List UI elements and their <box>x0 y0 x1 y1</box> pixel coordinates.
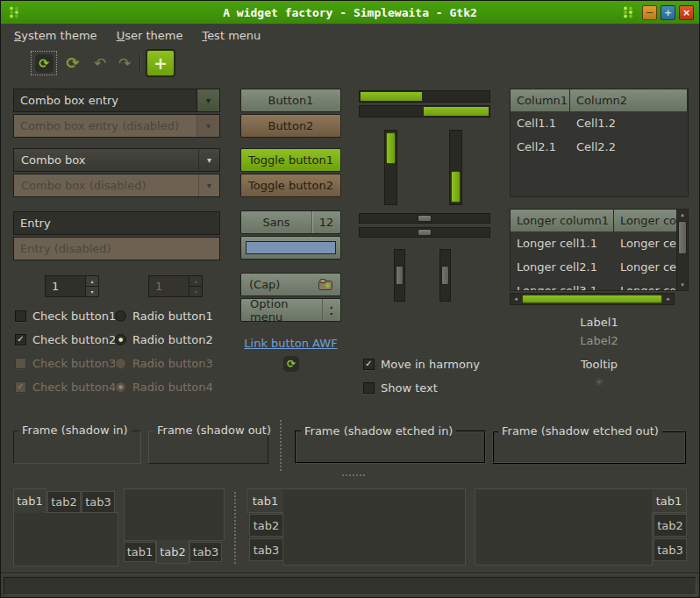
combo-box-entry-disabled: Combo box entry (disabled) ▾ <box>13 114 220 138</box>
scale-slider[interactable] <box>386 132 396 164</box>
menu-label: ystem theme <box>21 29 96 42</box>
treeview-vertical-scrollbar[interactable]: ▴ ▾ <box>676 210 688 290</box>
tab-tab3[interactable]: tab3 <box>249 538 283 561</box>
radio-button2[interactable]: ● Radio button2 <box>115 332 213 346</box>
button2[interactable]: Button2 <box>240 114 341 138</box>
scrollbar-handle[interactable] <box>441 266 449 285</box>
vertical-scrollbar-2[interactable] <box>439 249 451 302</box>
scroll-up-icon[interactable]: ▴ <box>677 210 688 219</box>
spin-disabled-value: 1 <box>149 276 189 296</box>
column-header[interactable]: Longer column1 <box>511 210 614 231</box>
notebook-top-body <box>13 512 118 566</box>
checkbox-label: Show text <box>381 381 438 395</box>
option-menu-arrows: ▴ ▾ <box>322 299 340 321</box>
vertical-scrollbar-1[interactable] <box>394 249 405 302</box>
checkbox-indicator: ✓ <box>15 334 26 345</box>
horizontal-scale-2[interactable] <box>359 227 490 238</box>
menu-label: est menu <box>207 29 261 42</box>
spin-button-disabled: 1 ▴ ▾ <box>148 275 203 297</box>
close-button[interactable]: × <box>679 5 694 20</box>
tab-tab3[interactable]: tab3 <box>82 491 115 513</box>
tooltip-label: Tooltip <box>510 358 689 371</box>
table-row[interactable]: Cell2.1 Cell2.2 <box>511 135 688 159</box>
button1[interactable]: Button1 <box>240 89 341 112</box>
entry-field[interactable]: Entry <box>13 211 220 235</box>
undo-button[interactable]: ↶ <box>89 52 111 75</box>
frame-label: Frame (shadow in) <box>18 424 132 437</box>
reload-tool-button[interactable]: ⟳ <box>61 52 85 75</box>
radio-indicator: ● <box>115 334 126 345</box>
horizontal-scale-1[interactable] <box>359 213 490 224</box>
spin-disabled-arrows: ▴ ▾ <box>189 276 202 296</box>
spin-up-icon[interactable]: ▴ <box>86 276 98 286</box>
minimize-button[interactable]: ─ <box>642 5 657 20</box>
vertical-scale-2[interactable] <box>449 130 462 205</box>
menu-user-theme[interactable]: User theme <box>107 26 193 45</box>
tab-tab2[interactable]: tab2 <box>654 514 687 537</box>
column-header[interactable]: Column1 <box>511 89 570 111</box>
option-menu[interactable]: Option menu ▴ ▾ <box>240 298 341 322</box>
file-chooser-button[interactable]: (Cap) <box>240 273 341 296</box>
tab-tab1[interactable]: tab1 <box>13 488 46 513</box>
menu-test-menu[interactable]: Test menu <box>192 26 270 45</box>
spin-button[interactable]: 1 ▴ ▾ <box>45 275 99 297</box>
awf-window: A widget factory - Simplewaita - Gtk2 ─ … <box>0 0 700 598</box>
checkbox-check-button1[interactable]: Check button1 <box>15 309 116 323</box>
status-bar <box>4 577 696 595</box>
radio-label: Radio button1 <box>132 310 213 323</box>
vertical-scale-1[interactable] <box>384 130 397 205</box>
tab-tab2[interactable]: tab2 <box>156 540 189 564</box>
combo-box[interactable]: Combo box ▾ <box>13 148 220 172</box>
redo-button[interactable]: ↷ <box>113 52 136 75</box>
progress-bar-1 <box>359 90 490 103</box>
checkbox-check-button2[interactable]: ✓ Check button2 <box>15 332 116 346</box>
tab-tab1[interactable]: tab1 <box>652 488 687 513</box>
vertical-separator <box>234 492 236 564</box>
table-row[interactable]: Longer cell3.1 Longer ce <box>511 279 688 291</box>
file-chooser-label: (Cap) <box>249 278 280 291</box>
checkbox-show-text[interactable]: Show text <box>363 381 438 395</box>
table-row[interactable]: Longer cell1.1 Longer ce <box>511 231 688 255</box>
scale-handle[interactable] <box>418 229 432 236</box>
tab-tab3[interactable]: tab3 <box>189 542 222 562</box>
color-button[interactable] <box>240 236 341 260</box>
toggle-button1[interactable]: Toggle button1 <box>240 148 341 172</box>
scroll-left-icon[interactable]: ◂ <box>511 294 521 304</box>
add-button[interactable]: + <box>146 50 175 76</box>
progress-fill <box>361 92 422 101</box>
scrollbar-handle[interactable] <box>678 221 687 254</box>
scale-slider[interactable] <box>451 171 461 203</box>
treeview-horizontal-scrollbar[interactable]: ◂ ▸ <box>510 293 675 305</box>
spin-arrows[interactable]: ▴ ▾ <box>85 276 98 296</box>
tab-tab2[interactable]: tab2 <box>249 514 283 537</box>
combo-entry-arrow-button[interactable]: ▾ <box>196 89 219 111</box>
scrollbar-handle[interactable] <box>522 295 662 303</box>
column-header[interactable]: Column2 <box>570 89 688 111</box>
spin-down-icon[interactable]: ▾ <box>86 286 98 296</box>
table-row[interactable]: Longer cell2.1 Longer ce <box>511 255 688 279</box>
refresh-tool-button[interactable]: ⟳ <box>31 51 57 75</box>
maximize-button[interactable]: + <box>661 5 675 20</box>
scale-handle[interactable] <box>418 215 432 222</box>
toggle-button2[interactable]: Toggle button2 <box>240 174 341 197</box>
menu-system-theme[interactable]: System theme <box>4 26 107 45</box>
tab-tab1[interactable]: tab1 <box>246 488 283 513</box>
table-row[interactable]: Cell1.1 Cell1.2 <box>511 111 688 135</box>
recent-chooser-button[interactable]: ⟳ <box>282 355 300 373</box>
tab-tab3[interactable]: tab3 <box>654 538 687 561</box>
treeview-2[interactable]: Longer column1 Longer col Longer cell1.1… <box>510 209 689 291</box>
combo-box-entry[interactable]: Combo box entry ▾ <box>13 89 220 112</box>
tab-tab1[interactable]: tab1 <box>124 542 156 562</box>
checkbox-move-in-harmony[interactable]: ✓ Move in harmony <box>363 357 480 371</box>
link-button[interactable]: Link button AWF <box>240 337 341 350</box>
window-menu-icon[interactable] <box>620 5 635 20</box>
treeview-1[interactable]: Column1 Column2 Cell1.1 Cell1.2 Cell2.1 … <box>510 89 689 197</box>
scrollbar-handle[interactable] <box>396 266 404 285</box>
scroll-down-icon[interactable]: ▾ <box>677 281 688 289</box>
tab-tab2[interactable]: tab2 <box>47 491 81 513</box>
scroll-right-icon[interactable]: ▸ <box>663 294 674 304</box>
radio-button1[interactable]: Radio button1 <box>115 309 213 323</box>
cell: Longer cell2.1 <box>511 255 614 279</box>
font-button[interactable]: Sans 12 <box>240 210 341 234</box>
titlebar[interactable]: A widget factory - Simplewaita - Gtk2 ─ … <box>1 1 699 24</box>
